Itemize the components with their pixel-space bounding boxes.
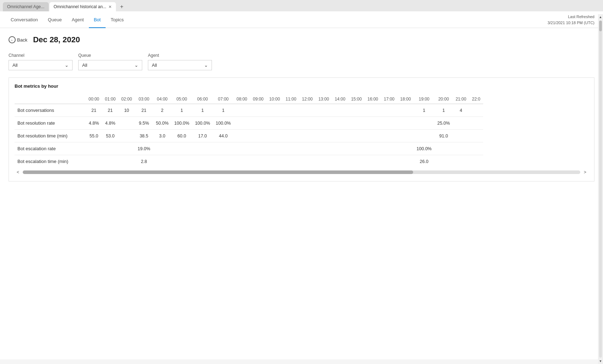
cell-r1-c20: 25.0% <box>434 117 453 130</box>
scroll-thumb <box>23 170 413 174</box>
cell-r2-c11 <box>283 130 299 142</box>
nav-queue[interactable]: Queue <box>43 11 67 28</box>
cell-r1-c7: 100.0% <box>213 117 234 130</box>
channel-value: All <box>12 63 17 68</box>
tab-label: Omnichannel historical an... <box>54 4 106 9</box>
cell-r0-c3: 21 <box>135 104 153 117</box>
agent-select[interactable]: All ⌄ <box>148 60 212 70</box>
cell-r2-c0: 55.0 <box>86 130 102 142</box>
scroll-down-icon[interactable]: ▼ <box>598 358 603 359</box>
cell-r1-c0: 4.8% <box>86 117 102 130</box>
cell-r4-c3: 2.8 <box>135 155 153 168</box>
hour-header-00:00: 00:00 <box>86 94 102 104</box>
row-label: Bot resolution time (min) <box>15 130 86 142</box>
cell-r3-c22 <box>469 142 483 155</box>
cell-r1-c19 <box>414 117 434 130</box>
cell-r2-c8 <box>234 130 250 142</box>
cell-r3-c8 <box>234 142 250 155</box>
cell-r0-c7: 1 <box>213 104 234 117</box>
table-row: Bot escalation rate19.0%100.0% <box>15 142 483 155</box>
filters-row: Channel All ⌄ Queue All ⌄ Agent All ⌄ <box>9 53 594 70</box>
new-tab-label: + <box>120 4 123 10</box>
table-header-label <box>15 94 86 104</box>
tab-label: Omnichannel Age... <box>7 4 44 9</box>
cell-r4-c6 <box>192 155 213 168</box>
cell-r2-c2 <box>118 130 135 142</box>
scroll-right-icon[interactable]: > <box>582 169 588 175</box>
back-icon: ← <box>9 36 16 43</box>
scroll-left-icon[interactable]: < <box>15 169 21 175</box>
cell-r1-c6: 100.0% <box>192 117 213 130</box>
close-tab-icon[interactable]: ✕ <box>108 5 112 9</box>
hour-header-06:00: 06:00 <box>192 94 213 104</box>
tab-omnichannel-agent[interactable]: Omnichannel Age... <box>3 2 49 11</box>
cell-r3-c4 <box>153 142 171 155</box>
scroll-up-icon[interactable]: ▲ <box>598 14 603 20</box>
agent-value: All <box>152 63 157 68</box>
agent-label: Agent <box>148 53 212 58</box>
hour-header-19:00: 19:00 <box>414 94 434 104</box>
cell-r4-c19: 26.0 <box>414 155 434 168</box>
cell-r1-c22 <box>469 117 483 130</box>
cell-r0-c11 <box>283 104 299 117</box>
horizontal-scrollbar[interactable]: < > <box>15 169 588 175</box>
cell-r0-c18 <box>397 104 414 117</box>
queue-select[interactable]: All ⌄ <box>78 60 142 70</box>
cell-r2-c14 <box>332 130 348 142</box>
cell-r4-c22 <box>469 155 483 168</box>
vertical-scroll-thumb <box>599 21 602 31</box>
cell-r0-c19: 1 <box>414 104 434 117</box>
row-label: Bot escalation rate <box>15 142 86 155</box>
new-tab-button[interactable]: + <box>117 2 127 11</box>
channel-select[interactable]: All ⌄ <box>9 60 73 70</box>
cell-r4-c7 <box>213 155 234 168</box>
cell-r4-c10 <box>266 155 283 168</box>
cell-r0-c13 <box>315 104 332 117</box>
cell-r3-c21 <box>453 142 469 155</box>
cell-r3-c18 <box>397 142 414 155</box>
queue-label: Queue <box>78 53 142 58</box>
back-label: Back <box>17 37 27 43</box>
cell-r2-c20: 91.0 <box>434 130 453 142</box>
nav-topics[interactable]: Topics <box>106 11 129 28</box>
nav-bot[interactable]: Bot <box>89 11 106 28</box>
page-date: Dec 28, 2020 <box>33 35 80 44</box>
cell-r2-c4: 3.0 <box>153 130 171 142</box>
cell-r4-c5 <box>171 155 192 168</box>
table-row: Bot escalation time (min)2.826.0 <box>15 155 483 168</box>
cell-r3-c6 <box>192 142 213 155</box>
cell-r1-c15 <box>348 117 364 130</box>
hour-header-12:00: 12:00 <box>299 94 315 104</box>
cell-r3-c13 <box>315 142 332 155</box>
hour-header-16:00: 16:00 <box>364 94 381 104</box>
cell-r1-c12 <box>299 117 315 130</box>
cell-r0-c10 <box>266 104 283 117</box>
nav-conversation[interactable]: Conversation <box>6 11 43 28</box>
cell-r3-c5 <box>171 142 192 155</box>
hour-header-15:00: 15:00 <box>348 94 364 104</box>
hour-header-14:00: 14:00 <box>332 94 348 104</box>
cell-r1-c13 <box>315 117 332 130</box>
cell-r1-c21 <box>453 117 469 130</box>
nav-agent[interactable]: Agent <box>67 11 89 28</box>
agent-filter-group: Agent All ⌄ <box>148 53 212 70</box>
hour-header-04:00: 04:00 <box>153 94 171 104</box>
right-scrollbar[interactable]: ▲ ▼ <box>598 14 603 359</box>
channel-filter-group: Channel All ⌄ <box>9 53 73 70</box>
cell-r2-c22 <box>469 130 483 142</box>
cell-r1-c9 <box>250 117 266 130</box>
tab-omnichannel-historical[interactable]: Omnichannel historical an... ✕ <box>49 2 116 11</box>
cell-r2-c12 <box>299 130 315 142</box>
table-row: Bot conversations212110212111114 <box>15 104 483 117</box>
cell-r4-c14 <box>332 155 348 168</box>
cell-r2-c9 <box>250 130 266 142</box>
cell-r3-c1 <box>102 142 118 155</box>
last-refreshed-value: 3/21/2021 10:18 PM (UTC) <box>548 20 594 26</box>
cell-r1-c11 <box>283 117 299 130</box>
cell-r4-c0 <box>86 155 102 168</box>
back-button[interactable]: ← Back <box>9 36 27 43</box>
cell-r4-c9 <box>250 155 266 168</box>
cell-r2-c3: 38.5 <box>135 130 153 142</box>
cell-r2-c21 <box>453 130 469 142</box>
cell-r1-c14 <box>332 117 348 130</box>
